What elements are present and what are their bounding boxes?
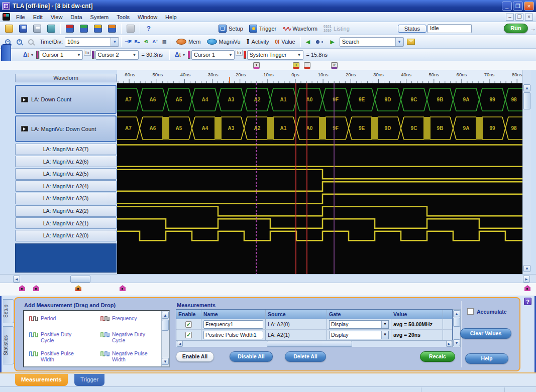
scroll-up-icon[interactable]: ▲: [523, 84, 530, 91]
cursor-from-select-2[interactable]: Cursor 1▼: [191, 50, 235, 60]
menu-view[interactable]: View: [47, 13, 67, 21]
marker-flag[interactable]: [304, 62, 310, 69]
chevron-down-icon[interactable]: ▾: [395, 38, 403, 46]
refresh-data-button[interactable]: ⟲: [142, 38, 151, 46]
vertical-scroll-thumb[interactable]: [523, 92, 530, 109]
magnivu-button[interactable]: MagniVu: [204, 37, 244, 46]
trigger-window-button[interactable]: [77, 23, 91, 34]
column-header-source[interactable]: Source: [266, 310, 327, 319]
maximize-button[interactable]: ❐: [513, 2, 523, 11]
trigger-select[interactable]: System Trigger▼: [247, 50, 303, 60]
mdi-minimize-button[interactable]: –: [506, 14, 514, 21]
context-help-icon[interactable]: ?: [524, 298, 531, 305]
palette-scrollbar[interactable]: ▲ ▼: [161, 311, 169, 366]
tab-setup[interactable]: Setup: [3, 299, 14, 323]
scroll-left-icon[interactable]: ◄: [177, 341, 183, 347]
chevron-down-icon[interactable]: ▼: [381, 331, 388, 339]
sidebar-item-la-magnivu-a2-7[interactable]: LA: MagniVu: A2(7): [15, 144, 117, 155]
panel-help-button[interactable]: Help: [465, 353, 508, 364]
source-cell[interactable]: LA: A2(1): [266, 330, 327, 340]
palette-item-period[interactable]: Period: [29, 315, 94, 322]
properties-card-button[interactable]: ▤: [160, 38, 169, 46]
status-button[interactable]: Status: [398, 25, 426, 33]
scroll-left-icon[interactable]: ◄: [13, 276, 20, 283]
search-select[interactable]: Search ▾: [340, 37, 404, 47]
table-h-scrollbar[interactable]: ◄ ►: [176, 340, 453, 347]
palette-item-positive-pulse-width[interactable]: Positive Pulse Width: [29, 350, 94, 362]
time-div-select[interactable]: 10ns ▾: [65, 37, 119, 47]
scroll-up-icon[interactable]: ▲: [162, 312, 169, 319]
horizontal-scrollbar[interactable]: ◄ ►: [0, 274, 536, 283]
enable-checkbox[interactable]: ✓: [185, 332, 192, 338]
menu-file[interactable]: File: [12, 13, 29, 21]
open-button[interactable]: [2, 23, 16, 34]
document-icon[interactable]: [3, 13, 10, 21]
properties-button[interactable]: [124, 23, 138, 34]
measurement-palette[interactable]: PeriodFrequencyPositive Duty CycleNegati…: [23, 310, 170, 367]
overview-cursor-marker[interactable]: [19, 285, 25, 291]
help-button[interactable]: ?: [142, 23, 155, 34]
scroll-right-icon[interactable]: ►: [523, 276, 530, 283]
menu-tools[interactable]: Tools: [113, 13, 134, 21]
waveform-window-button[interactable]: [91, 23, 105, 34]
chevron-down-icon[interactable]: ▼: [381, 321, 388, 328]
menu-window[interactable]: Window: [134, 13, 161, 21]
table-h-scroll-thumb[interactable]: [267, 341, 352, 347]
sidebar-item-la-magnivu-a2-4[interactable]: LA: MagniVu: A2(4): [15, 180, 117, 192]
palette-item-frequency[interactable]: Frequency: [100, 315, 166, 322]
marker-flag-t[interactable]: T: [293, 62, 299, 69]
table-v-scrollbar[interactable]: ▲ ▼: [453, 309, 461, 347]
source-cell[interactable]: LA: A2(0): [266, 319, 327, 329]
zoom-tool-button[interactable]: [25, 38, 37, 46]
sidebar-item-la-magnivu-a2-2[interactable]: LA: MagniVu: A2(2): [15, 205, 117, 217]
activity-button[interactable]: IActivity: [244, 37, 272, 47]
tab-measurements[interactable]: Measurements: [15, 374, 68, 386]
marker-flag-1[interactable]: 1: [253, 62, 260, 69]
minimize-button[interactable]: _: [502, 2, 512, 11]
zoom-in-button[interactable]: +: [14, 38, 25, 46]
value-button[interactable]: 0fValue: [272, 37, 298, 46]
cursor-from-select-1[interactable]: Cursor 1▼: [40, 50, 83, 60]
cursor-to-select-1[interactable]: Cursor 2▼: [95, 50, 139, 60]
recalc-button[interactable]: Recalc: [420, 351, 455, 362]
menu-edit[interactable]: Edit: [29, 13, 47, 21]
search-next-button[interactable]: ▶: [327, 37, 337, 47]
sidebar-item-la-magnivu-a2-1[interactable]: LA: MagniVu: A2(1): [15, 217, 117, 229]
column-header-enable[interactable]: Enable: [176, 310, 201, 319]
add-waveform-button[interactable]: ⊣E: [124, 38, 133, 46]
scroll-down-icon[interactable]: ▼: [162, 358, 169, 365]
waveform-canvas[interactable]: -60ns-50ns-40ns-30ns-20ns-10ns0ps10ns20n…: [117, 70, 522, 274]
sidebar-item-la-down-count[interactable]: LA: Down Count: [15, 85, 117, 114]
find-button[interactable]: [313, 39, 327, 45]
view-button-setup[interactable]: Setup: [216, 23, 246, 34]
overview-cursor-marker[interactable]: [524, 285, 530, 291]
measurement-name-field[interactable]: Frequency1: [203, 320, 263, 329]
palette-item-positive-duty-cycle[interactable]: Positive Duty Cycle: [29, 331, 94, 343]
enable-checkbox[interactable]: ✓: [185, 321, 192, 328]
scroll-right-icon[interactable]: ►: [446, 341, 452, 347]
run-button[interactable]: Run: [504, 24, 528, 33]
sidebar-header[interactable]: Waveform: [15, 74, 117, 82]
menu-system[interactable]: System: [86, 13, 113, 21]
sidebar-item-la-magnivu-down-count[interactable]: LA: MagniVu: Down Count: [15, 115, 117, 142]
delta-time-button-2[interactable]: Δt▾: [172, 50, 188, 60]
clear-values-button[interactable]: Clear Values: [460, 328, 511, 339]
chevron-down-icon[interactable]: ▾: [111, 38, 119, 46]
horizontal-scroll-thumb[interactable]: [70, 276, 90, 283]
enable-all-button[interactable]: Enable All: [176, 351, 214, 362]
mdi-restore-button[interactable]: ❐: [515, 14, 523, 21]
sidebar-item-la-magnivu-a2-6[interactable]: LA: MagniVu: A2(6): [15, 156, 117, 167]
gate-select[interactable]: Display▼: [329, 331, 389, 339]
listing-window-button[interactable]: [105, 23, 119, 34]
view-button-trigger[interactable]: Trigger: [246, 23, 279, 34]
measurement-name-field[interactable]: Positive Pulse Width1: [203, 331, 263, 339]
palette-item-negative-pulse-width[interactable]: Negative Pulse Width: [100, 350, 166, 362]
menu-help[interactable]: Help: [161, 13, 181, 21]
disable-all-button[interactable]: Disable All: [230, 351, 273, 362]
search-prev-button[interactable]: ◀: [303, 37, 313, 47]
marker-flag-2[interactable]: 2: [331, 62, 338, 69]
setup-window-button[interactable]: [63, 23, 77, 34]
scroll-down-icon[interactable]: ▼: [453, 339, 460, 346]
close-button[interactable]: ×: [524, 2, 534, 11]
palette-scroll-thumb[interactable]: [162, 320, 169, 331]
